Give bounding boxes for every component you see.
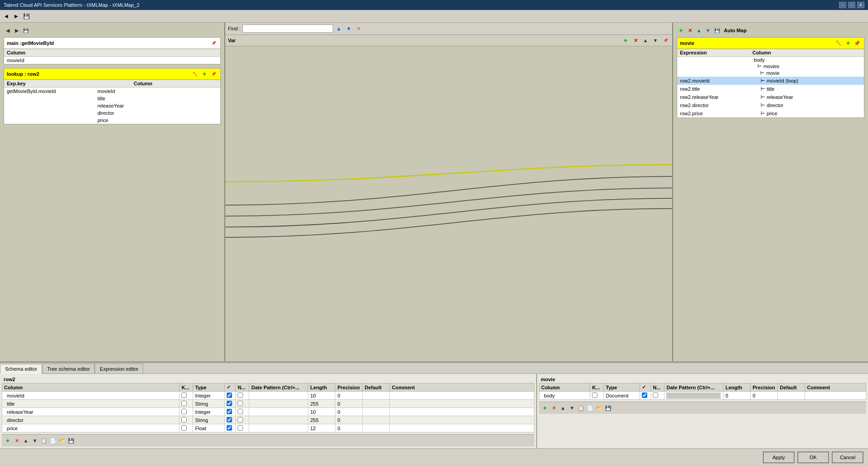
lookup-row-2: releaseYear: [4, 102, 220, 109]
find-up-btn[interactable]: ▲: [335, 25, 343, 33]
right-down-row-btn[interactable]: ▼: [568, 404, 576, 412]
lookup-row-3: director: [4, 109, 220, 117]
lookup-col-header: Exp.key Column: [4, 80, 220, 88]
movie-pin-btn[interactable]: 📌: [853, 39, 861, 47]
right-save-btn[interactable]: 💾: [713, 26, 721, 34]
var-bar: Var + ✕ ▲ ▼ 📌: [225, 35, 672, 46]
back-button[interactable]: ◀: [2, 12, 11, 21]
window-controls: − □ ✕: [839, 2, 864, 8]
left-copy-btn[interactable]: 📋: [40, 437, 48, 445]
director-k-check[interactable]: [181, 417, 187, 422]
lookup-pin-btn[interactable]: 📌: [209, 70, 218, 78]
left-row-title: title String 255 0: [2, 400, 534, 408]
left-section-label: row2: [2, 376, 534, 383]
right-add-row-btn[interactable]: +: [541, 404, 549, 412]
movie-col-headers: Expression Column: [677, 49, 864, 57]
col-header-default: Default: [363, 383, 390, 392]
director-n2-check[interactable]: [238, 417, 243, 422]
auto-map-label: Auto Map: [724, 28, 747, 33]
left-back-btn[interactable]: ◀: [4, 26, 12, 34]
right-paste-btn[interactable]: 📄: [586, 404, 594, 412]
lookup-schema-header: lookup : row2 ✏️ + 📌: [4, 69, 220, 80]
close-button[interactable]: ✕: [857, 2, 864, 8]
price-k-check[interactable]: [181, 425, 187, 431]
price-n2-check[interactable]: [238, 425, 243, 431]
left-save-btn[interactable]: 💾: [22, 26, 30, 34]
left-import-btn[interactable]: 📂: [58, 437, 66, 445]
right-col-header-check: ✓: [640, 383, 651, 392]
minimize-button[interactable]: −: [839, 2, 846, 8]
left-forward-btn[interactable]: ▶: [13, 26, 21, 34]
var-remove-btn[interactable]: ✕: [631, 36, 640, 44]
title-bar: Talend Cloud API Services Platform - tXM…: [0, 0, 868, 10]
title-k-check[interactable]: [181, 401, 187, 406]
price-n-check[interactable]: [227, 425, 232, 431]
ok-button[interactable]: OK: [797, 451, 829, 463]
right-import-btn[interactable]: 📂: [595, 404, 603, 412]
tab-expression-editor[interactable]: Expression editor: [95, 363, 143, 373]
right-remove-row-btn[interactable]: ✕: [550, 404, 558, 412]
movieid-n2-check[interactable]: [238, 392, 243, 398]
body-k-check[interactable]: [592, 392, 597, 398]
director-n-check[interactable]: [227, 417, 232, 422]
maximize-button[interactable]: □: [848, 2, 855, 8]
find-down-btn[interactable]: ▼: [345, 25, 353, 33]
left-down-row-btn[interactable]: ▼: [31, 437, 39, 445]
left-paste-btn[interactable]: 📄: [49, 437, 57, 445]
releaseyear-n-check[interactable]: [227, 409, 232, 414]
title-n-check[interactable]: [227, 401, 232, 406]
main-toolbar: ◀ ▶ 💾: [0, 10, 868, 23]
right-add-btn[interactable]: +: [677, 26, 685, 34]
right-copy-btn[interactable]: 📋: [577, 404, 585, 412]
body-n-check[interactable]: [642, 392, 647, 398]
movie-edit-btn[interactable]: ✏️: [835, 39, 843, 47]
right-col-header-n: N...: [651, 383, 664, 392]
movie-header: movie ✏️ + 📌: [677, 38, 864, 49]
var-pin-btn[interactable]: 📌: [661, 36, 669, 44]
find-clear-btn[interactable]: ✕: [355, 25, 363, 33]
movieid-n-check[interactable]: [227, 392, 232, 398]
schema-right: movie Column K... Type ✓ N... Date Patte…: [537, 374, 868, 448]
left-remove-row-btn[interactable]: ✕: [13, 437, 21, 445]
movieid-k-check[interactable]: [181, 392, 187, 398]
save-button[interactable]: 💾: [22, 12, 31, 21]
var-label: Var: [228, 38, 236, 43]
releaseyear-n2-check[interactable]: [238, 409, 243, 414]
right-panel: + ✕ ▲ ▼ 💾 Auto Map movie ✏️ + 📌: [673, 23, 868, 361]
left-export-btn[interactable]: 💾: [67, 437, 75, 445]
col-header-precision: Precision: [335, 383, 363, 392]
right-down-btn[interactable]: ▼: [704, 26, 712, 34]
right-panel-toolbar: + ✕ ▲ ▼ 💾 Auto Map: [677, 26, 864, 34]
tab-tree-schema-editor[interactable]: Tree schema editor: [42, 363, 95, 373]
movie-header-buttons: ✏️ + 📌: [835, 39, 861, 47]
body-n2-check[interactable]: [653, 392, 658, 398]
movie-add-btn[interactable]: +: [844, 39, 852, 47]
left-up-row-btn[interactable]: ▲: [22, 437, 30, 445]
col-header-date: Date Pattern (Ctrl+...: [249, 383, 308, 392]
col-header-column: Column: [2, 383, 179, 392]
right-col-header-length: Length: [723, 383, 751, 392]
tree-row-body: body: [677, 57, 864, 63]
title-text: Talend Cloud API Services Platform - tXM…: [4, 2, 140, 8]
tab-schema-editor[interactable]: Schema editor: [0, 364, 42, 374]
var-add-btn[interactable]: +: [621, 36, 630, 44]
right-remove-btn[interactable]: ✕: [686, 26, 694, 34]
cancel-button[interactable]: Cancel: [832, 451, 863, 463]
right-up-btn[interactable]: ▲: [695, 26, 703, 34]
apply-button[interactable]: Apply: [763, 451, 795, 463]
main-schema-pin-btn[interactable]: 📌: [209, 39, 218, 47]
lookup-edit-btn[interactable]: ✏️: [191, 70, 199, 78]
var-up-btn[interactable]: ▲: [641, 36, 650, 44]
lookup-add-btn[interactable]: +: [200, 70, 209, 78]
find-input[interactable]: [242, 25, 333, 33]
right-schema-toolbar: + ✕ ▲ ▼ 📋 📄 📂 💾: [539, 402, 866, 414]
action-buttons: Apply OK Cancel: [0, 448, 868, 466]
right-export-btn[interactable]: 💾: [604, 404, 612, 412]
title-n2-check[interactable]: [238, 401, 243, 406]
forward-button[interactable]: ▶: [12, 12, 21, 21]
right-up-row-btn[interactable]: ▲: [559, 404, 567, 412]
top-panels: ◀ ▶ 💾 main :getMovieById 📌 Column movieI…: [0, 23, 868, 362]
left-add-row-btn[interactable]: +: [4, 437, 12, 445]
var-down-btn[interactable]: ▼: [651, 36, 659, 44]
releaseyear-k-check[interactable]: [181, 409, 187, 414]
